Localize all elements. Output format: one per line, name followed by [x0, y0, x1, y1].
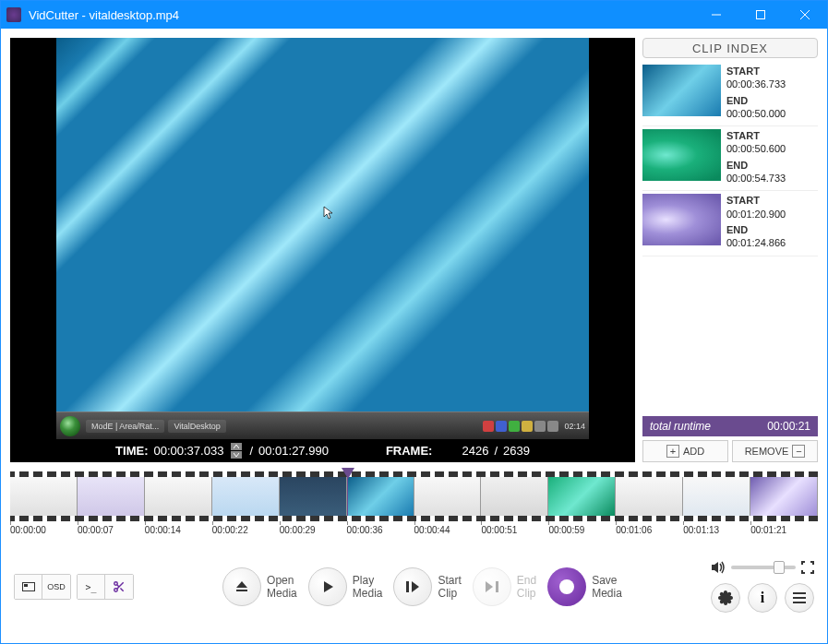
console-icon: >_: [85, 582, 96, 592]
maximize-button[interactable]: [738, 1, 783, 29]
titlebar[interactable]: VidCutter - vitaldesktop.mp4: [1, 1, 827, 29]
volume-slider[interactable]: [731, 566, 796, 569]
svg-point-7: [114, 582, 118, 586]
settings-button[interactable]: [711, 583, 740, 613]
film-frame[interactable]: [616, 477, 683, 516]
time-spinner[interactable]: [231, 443, 242, 459]
filmstrip[interactable]: [10, 471, 818, 521]
svg-line-11: [117, 585, 119, 587]
start-label: START: [726, 129, 786, 142]
eject-icon: [234, 579, 249, 594]
volume-knob[interactable]: [774, 561, 785, 574]
clip-item[interactable]: START 00:00:36.733 END 00:00:50.000: [642, 62, 818, 126]
time-marks: 00:00:00 00:00:07 00:00:14 00:00:22 00:0…: [10, 525, 818, 535]
video-info-bar: TIME: 00:00:37.033 / 00:01:27.990 FRAME:…: [10, 439, 635, 462]
video-content: [56, 38, 589, 411]
current-time: 00:00:37.033: [153, 444, 223, 458]
record-icon: [547, 567, 586, 606]
window-title: VidCutter - vitaldesktop.mp4: [29, 8, 694, 22]
thumbnails-button[interactable]: [15, 575, 42, 599]
end-value: 00:00:54.733: [726, 172, 786, 185]
add-remove-bar: + ADD REMOVE −: [642, 440, 818, 462]
svg-marker-4: [342, 468, 354, 479]
end-clip-button[interactable]: EndClip: [473, 567, 536, 606]
start-value: 00:00:36.733: [726, 78, 786, 90]
end-value: 00:00:50.000: [726, 107, 786, 120]
time-sep: /: [249, 444, 253, 458]
timeline-area: 00:00:00 00:00:07 00:00:14 00:00:22 00:0…: [10, 471, 818, 535]
info-icon: i: [761, 590, 764, 606]
console-button[interactable]: >_: [78, 575, 105, 599]
info-button[interactable]: i: [748, 583, 777, 613]
runtime-bar: total runtime 00:00:21: [642, 416, 818, 436]
add-clip-button[interactable]: + ADD: [642, 440, 728, 462]
play-media-button[interactable]: PlayMedia: [308, 567, 383, 606]
tray-icon: [534, 421, 546, 432]
remove-clip-button[interactable]: REMOVE −: [732, 440, 818, 462]
svg-rect-6: [24, 584, 28, 587]
close-button[interactable]: [783, 1, 827, 29]
frame-label: FRAME:: [386, 444, 433, 458]
clip-list[interactable]: START 00:00:36.733 END 00:00:50.000 STAR…: [642, 62, 818, 416]
close-icon: [800, 10, 810, 19]
time-mark: 00:00:07: [78, 525, 145, 535]
time-mark: 00:01:21: [750, 525, 818, 535]
film-frame[interactable]: [212, 477, 280, 516]
time-mark: 00:00:00: [10, 525, 78, 535]
film-frame[interactable]: [280, 477, 347, 516]
film-frame[interactable]: [414, 477, 482, 516]
total-frames: 2639: [503, 444, 530, 458]
open-media-button[interactable]: OpenMedia: [222, 567, 297, 606]
toolbar: OSD >_ OpenMedia Play: [10, 561, 818, 613]
window-controls: [694, 1, 827, 29]
time-label: TIME:: [115, 444, 148, 458]
film-frame[interactable]: [481, 477, 548, 516]
time-mark: 00:00:59: [548, 525, 616, 535]
minus-icon: −: [792, 445, 805, 458]
clip-thumbnail: [642, 194, 721, 245]
film-frame[interactable]: [10, 477, 78, 516]
playhead-icon[interactable]: [342, 466, 354, 477]
main-actions: OpenMedia PlayMedia StartClip EndClip Sa…: [222, 567, 622, 606]
runtime-label: total runtime: [650, 420, 711, 433]
spin-down-icon[interactable]: [231, 451, 242, 459]
content-area: ModE | Area/Rat... VitalDesktop 02:14: [1, 29, 827, 643]
svg-rect-18: [496, 581, 498, 592]
menu-icon: [793, 592, 806, 603]
svg-marker-12: [236, 581, 247, 588]
clip-item[interactable]: START 00:01:20.900 END 00:01:24.866: [642, 191, 818, 256]
menu-button[interactable]: [785, 583, 814, 613]
clip-info: START 00:01:20.900 END 00:01:24.866: [726, 194, 786, 252]
start-label: START: [726, 65, 786, 78]
clip-item[interactable]: START 00:00:50.600 END 00:00:54.733: [642, 126, 818, 191]
clip-thumbnail: [642, 65, 721, 116]
film-frame[interactable]: [683, 477, 750, 516]
save-media-button[interactable]: SaveMedia: [547, 567, 622, 606]
right-tools: i: [711, 561, 814, 613]
current-frame: 2426: [462, 444, 488, 458]
film-frame[interactable]: [548, 477, 616, 516]
minimize-button[interactable]: [694, 1, 738, 29]
time-mark: 00:00:29: [280, 525, 347, 535]
end-label: END: [726, 223, 786, 236]
time-mark: 00:00:44: [414, 525, 482, 535]
start-clip-button[interactable]: StartClip: [393, 567, 461, 606]
svg-marker-19: [712, 562, 718, 573]
spin-up-icon[interactable]: [231, 443, 242, 450]
film-frame[interactable]: [78, 477, 145, 516]
app-icon: [6, 7, 21, 22]
time-mark: 00:00:22: [212, 525, 280, 535]
film-frame[interactable]: [347, 477, 414, 516]
clip-end-icon: [484, 579, 500, 594]
film-frame[interactable]: [145, 477, 212, 516]
film-frame[interactable]: [750, 477, 818, 516]
video-preview[interactable]: ModE | Area/Rat... VitalDesktop 02:14: [10, 38, 635, 439]
svg-point-8: [114, 589, 118, 592]
scissors-icon: [113, 580, 126, 593]
osd-button[interactable]: OSD: [42, 575, 70, 599]
cut-button[interactable]: [105, 575, 133, 599]
end-label: END: [726, 94, 786, 107]
volume-icon[interactable]: [711, 561, 726, 574]
fullscreen-button[interactable]: [801, 561, 814, 574]
maximize-icon: [756, 10, 765, 19]
